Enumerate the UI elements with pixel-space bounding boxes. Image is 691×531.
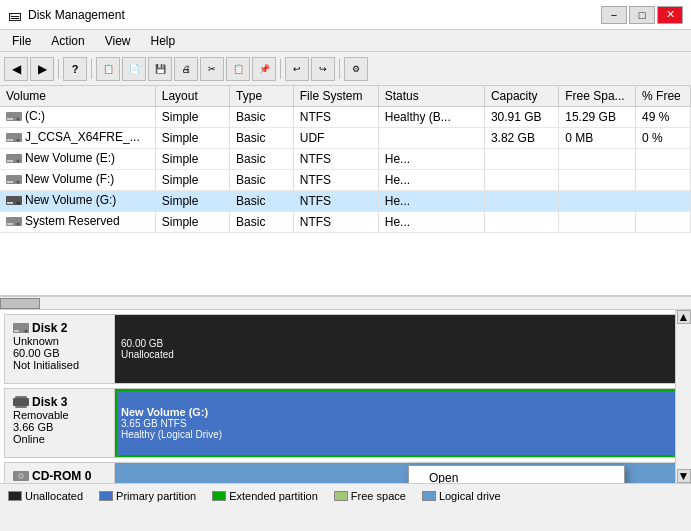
drive-icon	[6, 194, 22, 206]
disk2-title: Disk 2	[32, 321, 67, 335]
drive-icon	[6, 215, 22, 227]
legend-extended: Extended partition	[212, 490, 318, 502]
svg-point-20	[25, 330, 28, 333]
col-capacity[interactable]: Capacity	[484, 86, 558, 107]
context-menu: Open Explore Change Drive Letter and Pat…	[408, 465, 625, 483]
col-pct[interactable]: % Free	[636, 86, 691, 107]
legend-free: Free space	[334, 490, 406, 502]
menu-bar: File Action View Help	[0, 30, 691, 52]
ctx-open[interactable]: Open	[409, 466, 624, 483]
cdrom0-icon	[13, 469, 29, 483]
scrollbar-track	[0, 297, 691, 309]
toolbar-sep-4	[339, 59, 340, 79]
toolbar: ◀ ▶ ? 📋 📄 💾 🖨 ✂ 📋 📌 ↩ ↪ ⚙	[0, 52, 691, 86]
legend-logical: Logical drive	[422, 490, 501, 502]
table-row[interactable]: System Reserved Simple Basic NTFS He...	[0, 212, 691, 233]
minimize-button[interactable]: −	[601, 6, 627, 24]
legend-logical-label: Logical drive	[439, 490, 501, 502]
title-bar-left: 🖴 Disk Management	[8, 7, 125, 23]
vertical-scrollbar[interactable]: ▲ ▼	[675, 310, 691, 483]
toolbar-btn-6[interactable]: 🖨	[174, 57, 198, 81]
drive-icon	[6, 110, 22, 122]
close-button[interactable]: ✕	[657, 6, 683, 24]
col-filesystem[interactable]: File System	[293, 86, 378, 107]
col-free[interactable]: Free Spa...	[559, 86, 636, 107]
forward-button[interactable]: ▶	[30, 57, 54, 81]
maximize-button[interactable]: □	[629, 6, 655, 24]
table-row[interactable]: J_CCSA_X64FRE_... Simple Basic UDF 3.82 …	[0, 128, 691, 149]
disk2-partition[interactable]: 60.00 GB Unallocated	[115, 315, 686, 383]
drive-icon	[6, 131, 22, 143]
toolbar-btn-8[interactable]: 📋	[226, 57, 250, 81]
legend-logical-box	[422, 491, 436, 501]
toolbar-btn-7[interactable]: ✂	[200, 57, 224, 81]
scrollbar-thumb[interactable]	[0, 298, 40, 309]
legend-extended-label: Extended partition	[229, 490, 318, 502]
drive-icon	[6, 173, 22, 185]
svg-rect-22	[15, 396, 27, 398]
legend-unallocated: Unallocated	[8, 490, 83, 502]
disk2-status: Not Initialised	[13, 359, 106, 371]
disk3-partition[interactable]: New Volume (G:) 3.65 GB NTFS Healthy (Lo…	[115, 389, 686, 457]
toolbar-btn-10[interactable]: ↩	[285, 57, 309, 81]
disk2-partition-type: Unallocated	[121, 349, 678, 360]
legend-primary-box	[99, 491, 113, 501]
toolbar-btn-12[interactable]: ⚙	[344, 57, 368, 81]
col-volume[interactable]: Volume	[0, 86, 155, 107]
cdrom0-label: CD-ROM 0	[5, 463, 115, 483]
disk2-type: Unknown	[13, 335, 106, 347]
disk2-row: Disk 2 Unknown 60.00 GB Not Initialised …	[4, 314, 687, 384]
disk3-icon	[13, 395, 29, 409]
disk-table: Volume Layout Type File System Status Ca…	[0, 86, 691, 233]
window-title: Disk Management	[28, 8, 125, 22]
legend: Unallocated Primary partition Extended p…	[0, 483, 691, 507]
toolbar-btn-9[interactable]: 📌	[252, 57, 276, 81]
disk-panels: Disk 2 Unknown 60.00 GB Not Initialised …	[0, 310, 691, 483]
svg-point-26	[20, 475, 22, 477]
col-status[interactable]: Status	[378, 86, 484, 107]
svg-rect-21	[13, 398, 29, 406]
menu-file[interactable]: File	[4, 32, 39, 50]
disk3-content: New Volume (G:) 3.65 GB NTFS Healthy (Lo…	[115, 389, 686, 457]
svg-rect-4	[7, 139, 13, 141]
table-row[interactable]: (C:) Simple Basic NTFS Healthy (B... 30.…	[0, 107, 691, 128]
table-row[interactable]: New Volume (G:) Simple Basic NTFS He...	[0, 191, 691, 212]
window-controls: − □ ✕	[601, 6, 683, 24]
table-row[interactable]: New Volume (F:) Simple Basic NTFS He...	[0, 170, 691, 191]
disk3-title: Disk 3	[32, 395, 67, 409]
toolbar-btn-5[interactable]: 💾	[148, 57, 172, 81]
svg-point-5	[17, 139, 20, 142]
table-area: Volume Layout Type File System Status Ca…	[0, 86, 691, 296]
col-layout[interactable]: Layout	[155, 86, 229, 107]
svg-rect-7	[7, 160, 13, 162]
disk2-partition-label: 60.00 GB	[121, 338, 678, 349]
disk2-label: Disk 2 Unknown 60.00 GB Not Initialised	[5, 315, 115, 383]
menu-view[interactable]: View	[97, 32, 139, 50]
toolbar-sep-2	[91, 59, 92, 79]
disk3-partition-status: Healthy (Logical Drive)	[121, 429, 678, 440]
svg-rect-1	[7, 118, 13, 120]
disk3-size: 3.66 GB	[13, 421, 106, 433]
toolbar-btn-4[interactable]: 📄	[122, 57, 146, 81]
toolbar-btn-11[interactable]: ↪	[311, 57, 335, 81]
legend-primary: Primary partition	[99, 490, 196, 502]
menu-help[interactable]: Help	[143, 32, 184, 50]
disk2-content: 60.00 GB Unallocated	[115, 315, 686, 383]
svg-rect-16	[7, 223, 13, 225]
help-toolbar-button[interactable]: ?	[63, 57, 87, 81]
menu-action[interactable]: Action	[43, 32, 92, 50]
toolbar-sep-1	[58, 59, 59, 79]
horizontal-scrollbar[interactable]	[0, 296, 691, 310]
legend-unallocated-box	[8, 491, 22, 501]
legend-unallocated-label: Unallocated	[25, 490, 83, 502]
svg-rect-10	[7, 181, 13, 183]
main-content: Volume Layout Type File System Status Ca…	[0, 86, 691, 507]
back-button[interactable]: ◀	[4, 57, 28, 81]
col-type[interactable]: Type	[230, 86, 294, 107]
toolbar-btn-3[interactable]: 📋	[96, 57, 120, 81]
scroll-down-button[interactable]: ▼	[677, 469, 691, 483]
scroll-up-button[interactable]: ▲	[677, 310, 691, 324]
table-row[interactable]: New Volume (E:) Simple Basic NTFS He...	[0, 149, 691, 170]
disk2-size: 60.00 GB	[13, 347, 106, 359]
app-icon: 🖴	[8, 7, 22, 23]
